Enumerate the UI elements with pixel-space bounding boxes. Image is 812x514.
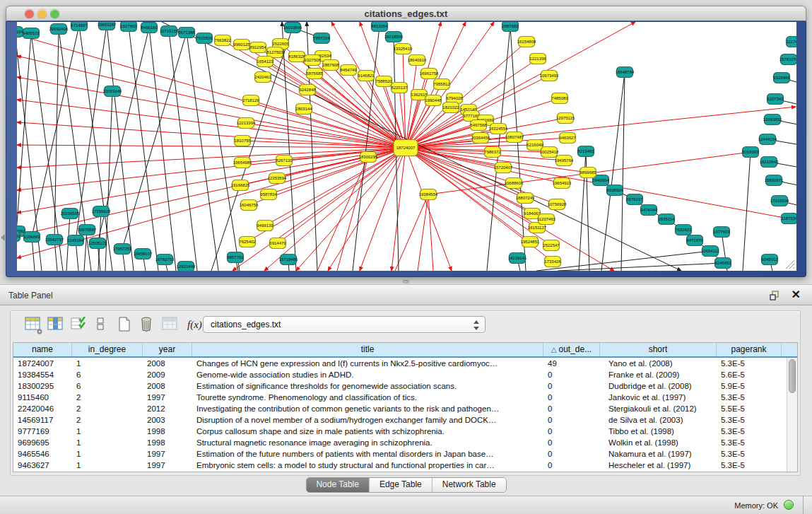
new-table-icon[interactable] bbox=[118, 317, 135, 334]
column-visibility-icon[interactable] bbox=[47, 317, 64, 334]
graph-node-label: 12923448 bbox=[177, 264, 196, 269]
table-row[interactable]: 946362711997Embryonic stem cells: a mode… bbox=[13, 460, 787, 471]
float-panel-icon[interactable] bbox=[770, 291, 779, 300]
table-panel-header: Table Panel ✕ bbox=[0, 284, 812, 305]
table-row[interactable]: 1830029562008Estimation of significance … bbox=[13, 380, 787, 392]
resize-grip-icon[interactable] bbox=[784, 258, 795, 269]
table-cell: Yano et al. (2008) bbox=[600, 358, 717, 369]
column-header-pagerank[interactable]: pagerank bbox=[717, 343, 782, 356]
graph-node-label: 1654123 bbox=[257, 59, 273, 64]
table-cell: 1 bbox=[72, 437, 143, 448]
column-header-year[interactable]: year bbox=[143, 343, 192, 356]
table-cell: 1997 bbox=[143, 460, 192, 471]
graph-node-label: 10975887 bbox=[78, 228, 97, 232]
graph-node-label: 12093852 bbox=[763, 117, 782, 122]
column-header-title[interactable]: title bbox=[192, 343, 543, 356]
column-header-short[interactable]: short bbox=[600, 343, 717, 356]
graph-node-label: 9184067 bbox=[524, 211, 541, 216]
graph-node-label: 16324554 bbox=[489, 127, 508, 131]
graph-node-label: 9245012 bbox=[761, 257, 778, 262]
graph-node-label: 5875685 bbox=[306, 71, 323, 76]
column-header-name[interactable]: name bbox=[13, 343, 72, 356]
table-cell: 0 bbox=[543, 437, 600, 448]
network-graph: 9203154940557220691406671456710653287152… bbox=[17, 22, 796, 271]
table-browser-panel: f(x) citations_edges.txt namein_degreeye… bbox=[10, 310, 801, 476]
table-row[interactable]: 1872400712008Changes of HCN gene express… bbox=[13, 358, 787, 369]
graph-node-label: 8454749 bbox=[340, 68, 357, 72]
graph-node-label: 6714567 bbox=[71, 23, 88, 28]
graph-node-label: 6794028 bbox=[446, 96, 463, 100]
graph-node-label: 6914479 bbox=[269, 241, 286, 245]
graph-node-label: 1990448 bbox=[425, 98, 442, 103]
status-divider bbox=[803, 496, 804, 514]
graph-node-label: 2867608 bbox=[322, 63, 339, 67]
table-select-dropdown[interactable]: citations_edges.txt bbox=[203, 316, 486, 333]
graph-node-label: 6679197 bbox=[626, 197, 643, 201]
graph-node-label: 8215953 bbox=[742, 150, 759, 154]
function-builder-icon[interactable]: f(x) bbox=[187, 319, 204, 336]
graph-node-label: 18724007 bbox=[396, 146, 416, 150]
tab-network-table[interactable]: Network Table bbox=[433, 478, 506, 492]
table-cell: Corpus callosum shape and size in male p… bbox=[192, 426, 543, 437]
graph-node-label: 20364456 bbox=[471, 136, 490, 140]
graph-node-label: 7663822 bbox=[214, 38, 231, 42]
sort-ascending-icon: △ bbox=[551, 346, 557, 354]
table-row[interactable]: 1456911722003Disruption of a novel membe… bbox=[13, 414, 787, 426]
graph-node-label: 12444154 bbox=[758, 137, 777, 141]
window-titlebar[interactable]: citations_edges.txt bbox=[6, 6, 806, 21]
graph-node-label: 1156869 bbox=[24, 235, 41, 239]
graph-node-label: 16046756 bbox=[240, 203, 259, 207]
graph-node-label: 1187534 bbox=[782, 216, 796, 221]
graph-node-label: 20691406 bbox=[49, 27, 69, 31]
graph-node-label: 7632621 bbox=[675, 228, 692, 232]
panel-splitter-handle[interactable] bbox=[403, 280, 409, 284]
table-row[interactable]: 946554611997Estimation of the future num… bbox=[13, 448, 787, 460]
table-cell: Structural magnetic resonance image aver… bbox=[192, 437, 543, 448]
table-cell: 18724007 bbox=[13, 358, 72, 369]
graph-node-label: 10719155 bbox=[160, 29, 179, 33]
node-table: namein_degreeyeartitle△out_de...shortpag… bbox=[13, 342, 798, 472]
table-row[interactable]: 2242004622012Investigating the contribut… bbox=[13, 403, 787, 414]
delete-table-icon[interactable] bbox=[140, 317, 157, 334]
vertical-scrollbar[interactable] bbox=[787, 358, 797, 472]
column-header-out_de[interactable]: △out_de... bbox=[543, 343, 600, 356]
graph-node-label: 10807487 bbox=[505, 135, 524, 139]
graph-node-label: 15720407 bbox=[494, 165, 513, 170]
table-row[interactable]: 969969511998Structural magnetic resonanc… bbox=[13, 437, 787, 448]
row-height-icon[interactable] bbox=[95, 317, 112, 334]
network-window: citations_edges.txt 92031549405572206914… bbox=[6, 6, 806, 277]
table-cell: 2 bbox=[72, 403, 143, 414]
graph-node-label: 12213394 bbox=[237, 121, 256, 125]
table-row[interactable]: 1938455462009Genome-wide association stu… bbox=[13, 369, 787, 380]
table-row[interactable]: 977716911998Corpus callosum shape and si… bbox=[13, 426, 787, 437]
graph-node-label: 9899685 bbox=[579, 170, 596, 175]
table-cell: 5.3E-5 bbox=[717, 358, 782, 369]
graph-node-label: 8267130 bbox=[276, 158, 293, 163]
network-graph-canvas[interactable]: 9203154940557220691406671456710653287152… bbox=[17, 22, 796, 271]
tab-edge-table[interactable]: Edge Table bbox=[370, 478, 433, 492]
table-row[interactable]: 911546021997Tourette syndrome. Phenomeno… bbox=[13, 392, 787, 403]
table-cell: Estimation of significance thresholds fo… bbox=[192, 380, 543, 392]
table-cell: Genome-wide association studies in ADHD. bbox=[192, 369, 543, 380]
graph-node-label: 2718126 bbox=[242, 98, 259, 103]
graph-node-label: 2420461 bbox=[254, 75, 271, 79]
graph-node-label: 9146821 bbox=[358, 74, 375, 78]
table-cell: 0 bbox=[543, 460, 600, 471]
memory-status-label: Memory: OK bbox=[734, 501, 778, 510]
table-panel-title: Table Panel bbox=[8, 291, 53, 300]
table-cell: 19384554 bbox=[13, 369, 72, 380]
graph-node-label: 20206505 bbox=[61, 211, 80, 216]
table-settings-icon[interactable] bbox=[25, 317, 42, 334]
column-header-in_degree[interactable]: in_degree bbox=[72, 343, 143, 356]
collapse-panel-arrow-icon[interactable] bbox=[1, 234, 5, 241]
graph-node-label: 10973493 bbox=[540, 74, 559, 78]
scrollbar-thumb[interactable] bbox=[789, 359, 796, 393]
row-selection-icon[interactable] bbox=[71, 317, 88, 334]
graph-node-label: 1145194 bbox=[68, 238, 85, 243]
table-cell: 1998 bbox=[143, 437, 192, 448]
table-cell: 18300295 bbox=[13, 380, 72, 392]
tab-node-table[interactable]: Node Table bbox=[306, 478, 370, 492]
close-panel-icon[interactable]: ✕ bbox=[792, 288, 801, 301]
table-cell: 1 bbox=[72, 460, 143, 471]
graph-node-label: 19524851 bbox=[521, 240, 540, 244]
